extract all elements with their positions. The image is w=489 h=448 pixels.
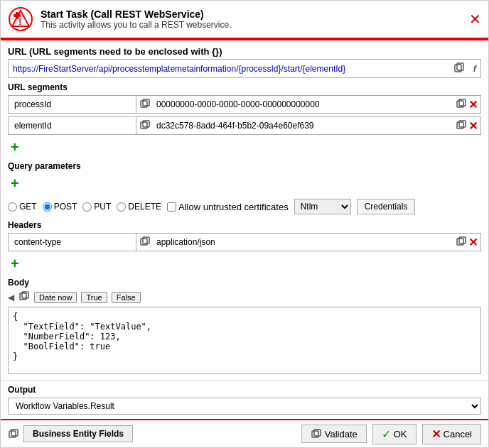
url-section-label: URL (URL segments need to be enclosed wi… bbox=[8, 46, 481, 57]
dialog-title: Start Task (Call REST WebService) bbox=[41, 9, 232, 20]
method-get-label[interactable]: GET bbox=[8, 202, 37, 212]
query-params-label: Query parameters bbox=[8, 161, 481, 171]
validate-label: Validate bbox=[325, 429, 358, 439]
validate-button[interactable]: Validate bbox=[301, 425, 367, 443]
allow-untrusted-checkbox[interactable] bbox=[167, 202, 176, 212]
add-query-param-button[interactable]: + bbox=[8, 174, 22, 193]
footer: Business Entity Fields Validate ✓ OK ✕ C… bbox=[1, 419, 488, 447]
url-copy-icon[interactable] bbox=[449, 60, 469, 77]
method-get-radio[interactable] bbox=[8, 202, 17, 212]
dialog-subtitle: This activity allows you to call a REST … bbox=[41, 20, 232, 30]
body-toolbar: ◀ Date now True False bbox=[8, 290, 481, 304]
methods-row: GET POST PUT DELETE Allow untrusted cert… bbox=[8, 199, 481, 214]
segment-row: processId 00000000-0000-0000-0000-000000… bbox=[8, 95, 481, 114]
svg-text:!: ! bbox=[18, 16, 21, 27]
method-put-label[interactable]: PUT bbox=[82, 202, 111, 212]
add-segment-button[interactable]: + bbox=[8, 138, 22, 157]
url-input[interactable] bbox=[9, 61, 449, 77]
header-row: content-type application/json ✕ bbox=[8, 233, 481, 251]
dialog-header: ! Start Task (Call REST WebService) This… bbox=[1, 1, 488, 39]
output-section: Output Workflow Variables.Result bbox=[1, 380, 488, 419]
footer-right: Validate ✓ OK ✕ Cancel bbox=[301, 424, 481, 444]
url-label: URL (URL segments need to be enclosed wi… bbox=[8, 46, 222, 57]
output-select[interactable]: Workflow Variables.Result bbox=[8, 398, 481, 415]
validate-icon bbox=[311, 428, 322, 439]
segment-name-1: processId bbox=[9, 96, 136, 113]
method-delete-radio[interactable] bbox=[117, 202, 126, 212]
close-button[interactable]: ✕ bbox=[469, 11, 481, 28]
segment-delete-1[interactable]: ✕ bbox=[468, 98, 478, 111]
header-text: Start Task (Call REST WebService) This a… bbox=[41, 9, 232, 30]
header-actions-1: ✕ bbox=[453, 236, 480, 249]
segment-copy-1[interactable] bbox=[456, 98, 467, 111]
headers-label: Headers bbox=[8, 220, 481, 230]
segment-cube-icon-2 bbox=[136, 119, 154, 133]
body-textarea[interactable]: { "TextField": "TextValue", "NumberField… bbox=[8, 307, 481, 374]
ok-label: OK bbox=[394, 429, 407, 439]
segment-cube-icon-1 bbox=[136, 98, 154, 111]
segment-value-2: dc32c578-8add-464f-b5b2-09a4e60ef639 bbox=[154, 121, 453, 131]
auth-select[interactable]: Ntlm None Basic Windows bbox=[294, 199, 351, 214]
body-date-now-button[interactable]: Date now bbox=[34, 292, 77, 303]
segment-value-1: 00000000-0000-0000-0000-000000000000 bbox=[154, 99, 453, 109]
bef-icon bbox=[8, 428, 19, 439]
method-post-label[interactable]: POST bbox=[43, 202, 77, 212]
body-collapse-icon[interactable]: ◀ bbox=[8, 293, 14, 302]
method-delete-label[interactable]: DELETE bbox=[117, 202, 161, 212]
ok-check-icon: ✓ bbox=[382, 427, 391, 441]
svg-rect-7 bbox=[16, 14, 18, 17]
credentials-button[interactable]: Credentials bbox=[357, 199, 416, 214]
method-post-radio[interactable] bbox=[43, 202, 52, 212]
dialog: ! Start Task (Call REST WebService) This… bbox=[0, 0, 489, 448]
header-delete-1[interactable]: ✕ bbox=[468, 236, 478, 249]
segment-name-2: elementId bbox=[9, 117, 136, 134]
output-label: Output bbox=[8, 385, 481, 395]
header-left: ! Start Task (Call REST WebService) This… bbox=[8, 6, 232, 32]
url-box: f bbox=[8, 59, 481, 78]
cancel-x-icon: ✕ bbox=[431, 427, 441, 441]
url-fx-button[interactable]: f bbox=[469, 61, 480, 76]
header-cube-icon-1 bbox=[136, 236, 154, 249]
segment-delete-2[interactable]: ✕ bbox=[468, 119, 478, 133]
segment-actions-2: ✕ bbox=[453, 119, 480, 133]
ok-button[interactable]: ✓ OK bbox=[372, 424, 417, 444]
method-put-radio[interactable] bbox=[82, 202, 92, 212]
bef-button[interactable]: Business Entity Fields bbox=[23, 425, 133, 442]
content-area: URL (URL segments need to be enclosed wi… bbox=[1, 40, 488, 380]
header-copy-1[interactable] bbox=[456, 236, 467, 249]
body-cube-icon bbox=[18, 290, 30, 304]
task-icon: ! bbox=[8, 6, 33, 32]
cancel-button[interactable]: ✕ Cancel bbox=[422, 424, 481, 444]
allow-untrusted-container: Allow untrusted certificates bbox=[167, 202, 289, 212]
add-header-button[interactable]: + bbox=[8, 254, 22, 273]
body-label: Body bbox=[8, 278, 481, 288]
segment-row: elementId dc32c578-8add-464f-b5b2-09a4e6… bbox=[8, 116, 481, 135]
segment-copy-2[interactable] bbox=[456, 119, 467, 133]
header-name-1: content-type bbox=[9, 234, 136, 251]
allow-untrusted-label: Allow untrusted certificates bbox=[178, 202, 289, 212]
segment-actions-1: ✕ bbox=[453, 98, 480, 111]
body-true-button[interactable]: True bbox=[81, 292, 107, 303]
header-value-1: application/json bbox=[154, 237, 453, 247]
cancel-label: Cancel bbox=[444, 429, 472, 439]
body-false-button[interactable]: False bbox=[112, 292, 141, 303]
footer-left: Business Entity Fields bbox=[8, 425, 133, 442]
url-segments-label: URL segments bbox=[8, 82, 481, 92]
